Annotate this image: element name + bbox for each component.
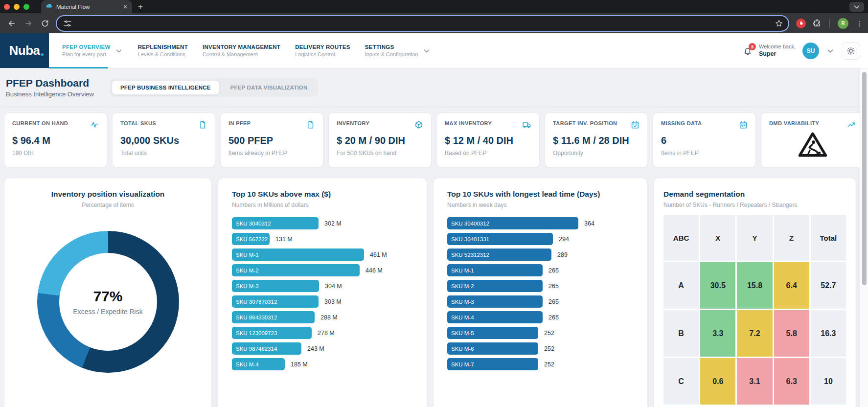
bar-row: SKU 30401331 294 [447,233,633,245]
scrollbar-thumb[interactable] [862,72,867,285]
heatmap-cell-a-y: 15.8 [737,262,772,309]
calendar-check-icon [631,120,640,129]
chevron-down-icon [114,46,123,55]
window-close-button[interactable] [4,4,10,10]
panel-title: Top 10 SKUs above max ($) [232,190,413,199]
kpi-title: MAX INVENTORY [445,120,492,126]
theme-toggle-button[interactable] [842,42,860,60]
reload-button[interactable] [38,17,52,30]
nav-item-subtitle: Inputs & Configuration [365,51,418,57]
tab-search-button[interactable] [849,2,864,12]
bar: SKU M-6 [447,342,538,355]
nav-item-settings[interactable]: SETTINGS Inputs & Configuration [358,44,438,57]
document-icon [198,120,207,129]
browser-tab-title: Material Flow [56,4,119,10]
kpi-title: TOTAL SKUS [120,120,156,126]
bar-row: SKU M-2 265 [447,280,633,292]
browser-menu-kebab-icon[interactable]: ⋮ [856,20,863,27]
window-minimize-button[interactable] [14,4,20,10]
view-tab-group: PFEP BUSINESS INTELLIGENCE PFEP DATA VIS… [110,78,318,97]
document-icon [306,120,315,129]
heatmap-cell-b-z: 5.8 [774,310,809,357]
bar-value-label: 364 [584,220,594,227]
extensions-puzzle-icon[interactable] [813,19,822,28]
browser-toolbar: R ⋮ [0,13,868,33]
row-label-c: C [663,358,699,405]
donut-chart: 77% Excess / Expedite Risk [37,231,179,373]
user-avatar[interactable]: SU [802,43,819,59]
page-scrollbar[interactable] [860,68,868,407]
panel-title: Demand segmentation [663,190,846,199]
nav-item-subtitle: Control & Management [203,51,280,57]
kpi-subtext: Items in PFEP [661,150,748,157]
window-zoom-button[interactable] [23,4,29,10]
donut-center: 77% Excess / Expedite Risk [59,253,157,351]
app-logo[interactable]: Nuba [0,33,49,68]
active-nav-underline [49,67,108,68]
nav-item-pfep-overview[interactable]: PFEP OVERVIEW Plan for every part [55,44,131,57]
bar-row: SKU 52312312 289 [447,249,633,261]
back-button[interactable] [5,17,19,30]
bar-value-label: 288 M [320,314,338,321]
nav-item-replenishment[interactable]: REPLENISHMENT Levels & Conditions [131,44,195,57]
browser-tab-strip: Material Flow ✕ + [0,0,868,13]
browser-profile-avatar[interactable]: R [838,18,848,29]
kpi-title: DMD VARIABILITY [769,120,819,126]
forward-button[interactable] [22,17,35,30]
bar-value-label: 265 [548,283,559,290]
notifications-bell-icon[interactable]: 3 [743,46,752,55]
bar-row: SKU M-1 461 M [232,249,413,261]
bar: SKU 52312312 [447,249,551,261]
bookmark-star-icon[interactable] [775,19,783,28]
nav-right-cluster: 3 Welcome back, Super SU [743,33,868,68]
browser-tab[interactable]: Material Flow ✕ [41,0,132,13]
bar-row: SKU 30400312 364 [447,217,633,229]
demand-segmentation-panel: Demand segmentation Number of SKUs - Run… [653,178,856,407]
adblock-extension-icon[interactable] [796,19,806,28]
heatmap-cell-a-z: 6.4 [774,262,809,309]
row-label-a: A [663,262,699,309]
page-title: PFEP Dashboard [6,77,110,89]
page-header: PFEP Dashboard Business Intelligence Ove… [0,68,868,107]
tune-icon[interactable] [63,19,72,28]
kpi-subtext: 190 DIH [12,150,99,157]
nav-item-title: SETTINGS [365,44,418,50]
address-bar[interactable] [57,16,788,31]
toolbar-divider [829,19,830,28]
tab-pfep-data-visualization[interactable]: PFEP DATA VISUALIZATION [222,80,317,95]
donut-center-label: Excess / Expedite Risk [73,308,142,316]
package-icon [414,120,423,129]
bar-value-label: 294 [559,236,569,243]
bar: SKU M-3 [447,295,543,308]
welcome-block: Welcome back, Super [759,44,796,58]
bar-value-label: 265 [548,267,559,274]
bar: SKU M-2 [232,264,360,276]
trending-up-icon [847,120,856,129]
bar: SKU 864330312 [232,311,315,323]
activity-icon [90,120,99,129]
panel-subtitle: Numbers in Millions of dollars [232,202,413,208]
user-menu-chevron-icon[interactable] [826,46,835,55]
tab-close-icon[interactable]: ✕ [123,4,128,10]
cloud-favicon-icon [46,2,53,11]
bar-row: SKU 864330312 288 M [232,311,413,323]
nav-item-delivery-routes[interactable]: DELIVERY ROUTES Logistics Control [288,44,358,57]
heatmap-cell-b-y: 7.2 [737,310,772,357]
bar-row: SKU M-3 304 M [232,280,413,292]
kpi-card-total-skus: TOTAL SKUS 30,000 SKUs Total units [112,113,215,168]
kpi-value: $ 96.4 M [12,135,99,146]
bar-value-label: 252 [544,330,554,337]
row-total-b: 16.3 [811,310,846,357]
row-total-c: 10 [811,358,846,405]
bar-row: SKU M-5 252 [447,327,633,339]
kpi-title: TARGET INV. POSITION [553,120,617,126]
dashboard-panels: Inventory position visualization Percent… [0,178,868,407]
nav-item-subtitle: Plan for every part [62,51,111,57]
tab-pfep-business-intelligence[interactable]: PFEP BUSINESS INTELLIGENCE [112,80,220,95]
bar-value-label: 265 [548,298,559,305]
new-tab-button[interactable]: + [138,2,143,11]
address-input[interactable] [76,20,775,27]
bar: SKU M-2 [447,280,543,292]
nav-item-labels: PFEP OVERVIEW Plan for every part [62,44,111,57]
nav-item-inventory-management[interactable]: INVENTORY MANAGEMENT Control & Managemen… [195,44,288,57]
